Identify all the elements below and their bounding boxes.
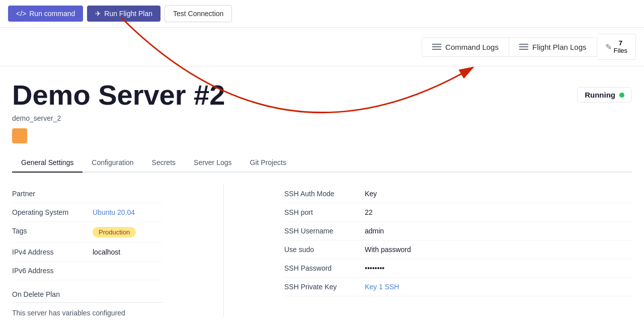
field-partner: Partner [12,185,163,203]
divider [223,185,224,317]
edit-icon: ✎ [605,42,612,52]
test-connection-label: Test Connection [173,10,223,18]
main-content: Partner Operating System Ubuntu 20.04 Ta… [0,173,644,325]
test-connection-button[interactable]: Test Connection [165,5,232,22]
status-label: Running [585,91,615,99]
field-use-sudo: Use sudo With password [284,240,632,259]
field-ipv4: IPv4 Address localhost [12,243,163,262]
field-ssh-password: SSH Password •••••••• [284,259,632,278]
use-sudo-label: Use sudo [284,246,365,254]
ssh-port-label: SSH port [284,208,365,216]
run-command-label: Run command [29,10,75,18]
ssh-private-key-label: SSH Private Key [284,283,365,291]
tab-configuration[interactable]: Configuration [83,153,142,173]
field-tags: Tags Production [12,222,163,243]
on-delete-label: On Delete Plan [12,290,163,303]
plane-icon: ✈ [95,10,101,18]
tab-secrets[interactable]: Secrets [143,153,185,173]
ipv6-label: IPv6 Address [12,267,93,275]
menu-icon [432,44,441,50]
field-ssh-username: SSH Username admin [284,222,632,240]
code-icon: </> [16,10,26,18]
run-flight-plan-button[interactable]: ✈ Run Flight Plan [87,6,160,22]
on-delete-section: On Delete Plan This server has variables… [12,290,163,317]
ssh-username-value: admin [365,227,384,235]
command-logs-button[interactable]: Command Logs [422,37,509,57]
status-dot [619,93,624,98]
right-section: SSH Auth Mode Key SSH port 22 SSH Userna… [284,185,632,317]
server-title: Demo Server #2 [12,78,225,111]
ssh-username-label: SSH Username [284,227,365,235]
server-slug: demo_server_2 [12,114,632,122]
on-delete-description: This server has variables configured [12,309,163,317]
status-badge: Running [577,87,632,103]
header-area: Command Logs Flight Plan Logs ✎ 7 Files [0,28,644,66]
tabs: General Settings Configuration Secrets S… [12,153,632,173]
flight-plan-logs-button[interactable]: Flight Plan Logs [509,37,597,57]
files-label: Files [614,47,627,54]
files-count: 7 [619,39,622,47]
ssh-private-key-value[interactable]: Key 1 SSH [365,283,399,291]
left-section: Partner Operating System Ubuntu 20.04 Ta… [12,185,163,317]
field-ipv6: IPv6 Address [12,262,163,280]
ssh-password-label: SSH Password [284,264,365,272]
files-button[interactable]: ✎ 7 Files [597,34,636,60]
field-ssh-port: SSH port 22 [284,203,632,222]
ssh-port-value: 22 [365,208,373,216]
page-wrapper: </> Run command ✈ Run Flight Plan Test C… [0,0,644,325]
tab-git-projects[interactable]: Git Projects [241,153,295,173]
ssh-auth-mode-label: SSH Auth Mode [284,190,365,198]
os-value[interactable]: Ubuntu 20.04 [93,208,135,216]
field-ssh-private-key: SSH Private Key Key 1 SSH [284,278,632,296]
ssh-auth-mode-value: Key [365,190,377,198]
command-logs-label: Command Logs [445,43,499,51]
tags-label: Tags [12,227,93,235]
run-flight-label: Run Flight Plan [104,10,152,18]
partner-label: Partner [12,190,93,198]
ipv4-value: localhost [93,248,120,256]
run-command-button[interactable]: </> Run command [8,6,83,22]
color-swatch[interactable] [12,128,27,143]
production-tag[interactable]: Production [93,227,136,237]
menu-icon2 [519,44,528,50]
flight-plan-logs-label: Flight Plan Logs [532,43,587,51]
os-label: Operating System [12,208,93,216]
use-sudo-value: With password [365,246,411,254]
field-ssh-auth-mode: SSH Auth Mode Key [284,185,632,203]
server-title-row: Demo Server #2 Running [12,78,632,111]
ssh-password-value: •••••••• [365,264,384,272]
toolbar: </> Run command ✈ Run Flight Plan Test C… [0,0,644,28]
server-info: Demo Server #2 Running demo_server_2 [0,66,644,143]
field-os: Operating System Ubuntu 20.04 [12,203,163,222]
tab-server-logs[interactable]: Server Logs [185,153,240,173]
tab-general-settings[interactable]: General Settings [12,153,83,173]
ipv4-label: IPv4 Address [12,248,93,256]
